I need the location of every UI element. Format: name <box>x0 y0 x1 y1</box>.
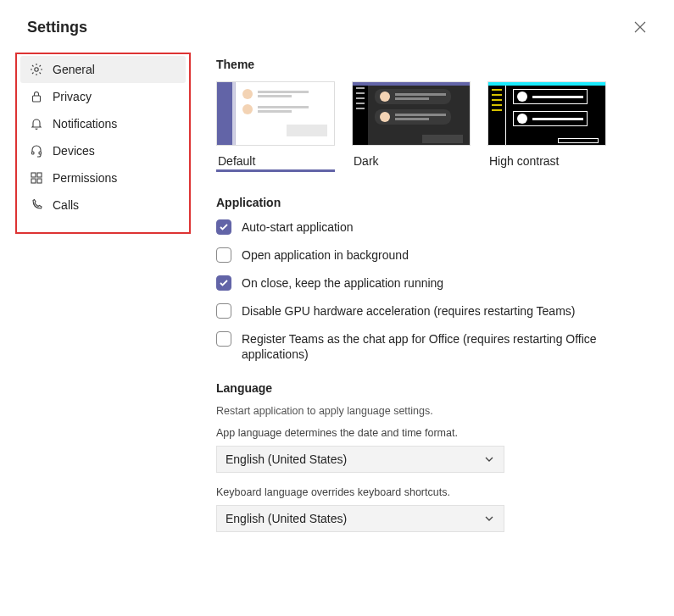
sidebar-item-label: Notifications <box>53 117 117 130</box>
sidebar-item-general[interactable]: General <box>20 56 186 83</box>
language-helper: Restart application to apply language se… <box>216 405 649 417</box>
sidebar-highlight-box: General Privacy Notifications <box>15 53 191 234</box>
theme-thumb-dark <box>352 81 471 146</box>
theme-section-title: Theme <box>216 58 649 71</box>
checkbox-register-chat[interactable] <box>216 331 231 347</box>
svg-rect-5 <box>37 173 42 177</box>
sidebar-item-label: Devices <box>53 144 95 158</box>
sidebar-item-devices[interactable]: Devices <box>20 137 186 164</box>
checkbox-open-background[interactable] <box>216 247 231 263</box>
theme-thumb-default <box>216 81 335 146</box>
check-row: On close, keep the application running <box>216 275 649 291</box>
chevron-down-icon <box>483 453 495 465</box>
theme-option-high-contrast[interactable]: High contrast <box>487 81 606 172</box>
keyboard-language-select[interactable]: English (United States) <box>216 505 504 532</box>
checkmark-icon <box>219 278 229 288</box>
language-section-title: Language <box>216 381 649 395</box>
headset-icon <box>29 143 44 158</box>
app-grid-icon <box>29 170 44 186</box>
theme-label: Default <box>216 151 335 168</box>
chevron-down-icon <box>483 513 495 524</box>
sidebar-item-calls[interactable]: Calls <box>20 191 186 219</box>
svg-rect-2 <box>32 152 35 154</box>
select-value: English (United States) <box>226 512 347 525</box>
application-options: Auto-start application Open application … <box>216 219 649 363</box>
theme-option-default[interactable]: Default <box>216 81 335 172</box>
settings-sidebar: General Privacy Notifications <box>0 46 191 616</box>
settings-body: General Privacy Notifications <box>0 46 674 616</box>
sidebar-item-privacy[interactable]: Privacy <box>20 83 186 110</box>
svg-rect-7 <box>37 179 42 183</box>
check-row: Auto-start application <box>216 219 649 236</box>
checkmark-icon <box>219 222 229 232</box>
check-row: Register Teams as the chat app for Offic… <box>216 331 649 363</box>
checkbox-label: Open application in background <box>242 247 409 264</box>
page-title: Settings <box>27 19 87 36</box>
gear-icon <box>29 62 44 77</box>
svg-rect-4 <box>31 173 36 177</box>
theme-label: High contrast <box>487 151 606 168</box>
theme-option-dark[interactable]: Dark <box>352 81 471 172</box>
phone-icon <box>29 197 44 213</box>
svg-rect-1 <box>33 96 41 102</box>
select-value: English (United States) <box>226 452 347 466</box>
close-button[interactable] <box>630 17 650 37</box>
lock-icon <box>29 89 44 104</box>
checkbox-autostart[interactable] <box>216 219 231 235</box>
sidebar-item-permissions[interactable]: Permissions <box>20 164 186 191</box>
sidebar-item-notifications[interactable]: Notifications <box>20 110 186 137</box>
sidebar-item-label: General <box>53 63 95 76</box>
checkbox-label: Register Teams as the chat app for Offic… <box>242 331 649 363</box>
checkbox-label: On close, keep the application running <box>242 275 443 291</box>
app-language-select[interactable]: English (United States) <box>216 446 504 473</box>
checkbox-label: Disable GPU hardware acceleration (requi… <box>242 303 575 319</box>
app-language-label: App language determines the date and tim… <box>216 427 649 439</box>
sidebar-item-label: Privacy <box>53 90 92 103</box>
bell-icon <box>29 116 44 131</box>
check-row: Open application in background <box>216 247 649 264</box>
check-row: Disable GPU hardware acceleration (requi… <box>216 303 649 319</box>
checkbox-keep-running[interactable] <box>216 275 231 291</box>
checkbox-label: Auto-start application <box>242 219 354 236</box>
svg-point-0 <box>35 68 38 71</box>
settings-header: Settings <box>0 0 674 46</box>
sidebar-item-label: Permissions <box>53 171 117 185</box>
settings-window: Settings General Privacy <box>0 0 674 616</box>
svg-rect-6 <box>31 179 36 183</box>
close-icon <box>634 21 646 33</box>
svg-rect-3 <box>39 152 42 154</box>
theme-label: Dark <box>352 151 471 168</box>
checkbox-disable-gpu[interactable] <box>216 303 231 319</box>
application-section-title: Application <box>216 196 649 209</box>
keyboard-language-label: Keyboard language overrides keyboard sho… <box>216 486 649 498</box>
theme-thumb-high-contrast <box>487 81 606 146</box>
theme-options: Default Dark <box>216 81 649 172</box>
sidebar-item-label: Calls <box>53 198 79 212</box>
settings-main: Theme Default <box>191 46 674 616</box>
